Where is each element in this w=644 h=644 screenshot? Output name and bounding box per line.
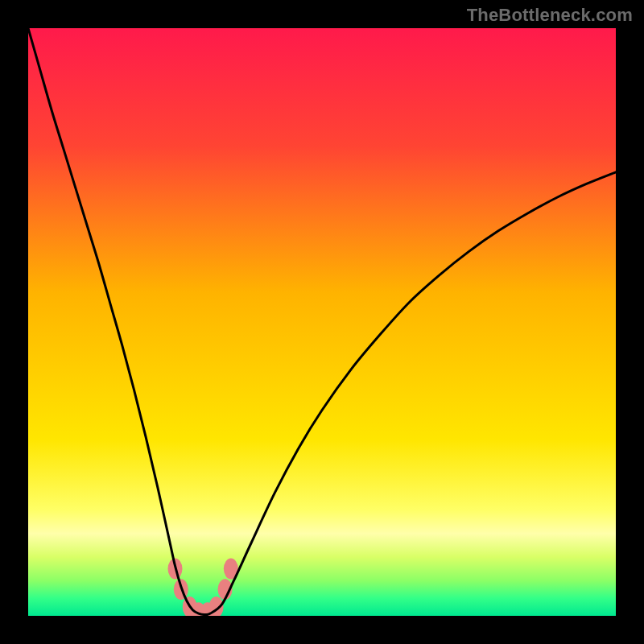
chart-svg — [28, 28, 616, 616]
watermark-text: TheBottleneck.com — [467, 5, 633, 26]
chart-frame: TheBottleneck.com — [0, 0, 644, 644]
chart-plot-area — [28, 28, 616, 616]
